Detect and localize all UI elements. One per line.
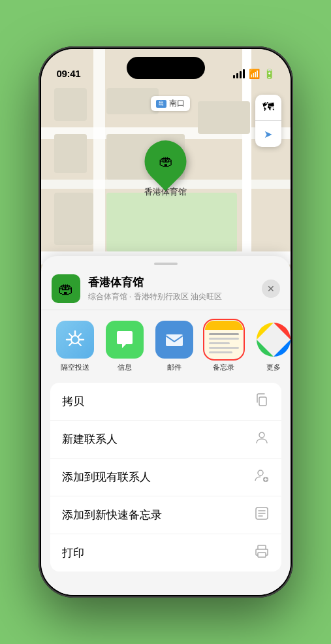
- phone-screen: 09:41 📶 🔋: [41, 49, 291, 595]
- svg-rect-3: [259, 397, 266, 406]
- more-icon: [255, 321, 291, 359]
- location-header: 🏟 香港体育馆 综合体育馆 · 香港特别行政区 油尖旺区 ✕: [41, 265, 291, 310]
- mail-icon: [155, 321, 193, 359]
- airdrop-icon: [56, 321, 94, 359]
- location-icon: 🏟: [52, 274, 80, 303]
- action-add-contact-label: 添加到现有联系人: [62, 470, 151, 485]
- share-more[interactable]: 更多: [249, 321, 291, 372]
- location-description: 综合体育馆 · 香港特别行政区 油尖旺区: [88, 291, 254, 302]
- share-notes[interactable]: 备忘录: [199, 321, 249, 372]
- wifi-icon: 📶: [249, 69, 260, 79]
- more-label: 更多: [266, 362, 281, 372]
- map-controls: 🗺 ➤: [255, 95, 281, 147]
- action-list: 拷贝 新建联系人: [50, 383, 281, 572]
- action-print[interactable]: 打印: [50, 534, 281, 572]
- map-tag: 出 南口: [151, 96, 190, 111]
- location-name: 香港体育馆: [88, 275, 254, 290]
- action-copy-label: 拷贝: [62, 394, 84, 409]
- add-contact-icon: [254, 468, 270, 487]
- battery-icon: 🔋: [264, 69, 275, 79]
- action-print-label: 打印: [62, 545, 84, 560]
- new-contact-icon: [254, 430, 270, 449]
- notes-icon-wrap: [205, 321, 243, 359]
- action-add-contact[interactable]: 添加到现有联系人: [50, 459, 281, 496]
- phone-frame: 09:41 📶 🔋: [39, 46, 293, 598]
- map-tag-label: 南口: [169, 98, 185, 109]
- share-message[interactable]: 信息: [100, 321, 150, 372]
- share-mail[interactable]: 邮件: [150, 321, 199, 372]
- message-label: 信息: [118, 362, 132, 372]
- mail-label: 邮件: [167, 362, 181, 372]
- svg-rect-1: [166, 334, 183, 346]
- share-airdrop[interactable]: 隔空投送: [50, 321, 100, 372]
- quick-note-icon: [254, 506, 270, 524]
- status-icons: 📶 🔋: [233, 69, 275, 79]
- action-copy[interactable]: 拷贝: [50, 383, 281, 421]
- airdrop-label: 隔空投送: [61, 362, 89, 372]
- svg-rect-8: [258, 553, 266, 557]
- share-row: 隔空投送 信息: [41, 310, 291, 379]
- location-button[interactable]: ➤: [255, 121, 281, 147]
- status-time: 09:41: [57, 68, 81, 79]
- bottom-sheet: 🏟 香港体育馆 综合体育馆 · 香港特别行政区 油尖旺区 ✕: [41, 256, 291, 595]
- action-quick-note[interactable]: 添加到新快速备忘录: [50, 496, 281, 534]
- svg-point-4: [259, 432, 264, 438]
- message-icon: [106, 321, 144, 359]
- svg-point-5: [258, 470, 263, 475]
- pin-icon: 🏟: [159, 153, 173, 170]
- close-button[interactable]: ✕: [262, 280, 280, 298]
- map-type-button[interactable]: 🗺: [255, 95, 281, 121]
- dynamic-island: [127, 57, 205, 79]
- location-pin: 🏟 香港体育馆: [144, 140, 187, 198]
- print-icon: [254, 543, 270, 562]
- signal-icon: [233, 69, 245, 78]
- pin-circle: 🏟: [136, 132, 195, 191]
- notes-label: 备忘录: [213, 362, 234, 372]
- copy-icon: [254, 392, 270, 411]
- location-info: 香港体育馆 综合体育馆 · 香港特别行政区 油尖旺区: [88, 275, 254, 302]
- action-new-contact[interactable]: 新建联系人: [50, 421, 281, 459]
- map-tag-icon: 出: [156, 100, 166, 108]
- action-quick-note-label: 添加到新快速备忘录: [62, 507, 162, 523]
- action-new-contact-label: 新建联系人: [62, 432, 118, 447]
